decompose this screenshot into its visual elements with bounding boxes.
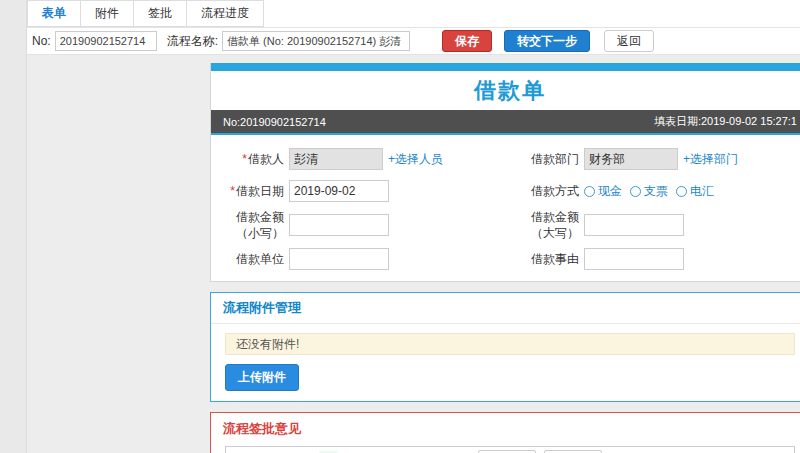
form-row-3: 借款金额（小写） 借款金额（大写）	[211, 207, 800, 243]
department-label: 借款部门	[510, 151, 584, 167]
radio-icon	[676, 186, 687, 197]
form-row-4: 借款单位 借款事由	[211, 243, 800, 275]
select-person-link[interactable]: +选择人员	[388, 151, 443, 168]
upload-attachment-button[interactable]: 上传附件	[225, 364, 299, 391]
no-attachment-notice: 还没有附件!	[225, 333, 795, 355]
loan-unit-label: 借款单位	[215, 251, 289, 267]
radio-cash-label: 现金	[598, 183, 622, 200]
department-field: 借款部门 +选择部门	[510, 143, 800, 175]
loan-unit-field: 借款单位	[211, 243, 510, 275]
process-name-input[interactable]	[222, 31, 410, 51]
loan-reason-field: 借款事由	[510, 243, 800, 275]
save-button[interactable]: 保存	[442, 30, 492, 52]
select-department-link[interactable]: +选择部门	[683, 151, 738, 168]
loan-date-field: *借款日期	[211, 175, 510, 207]
radio-wire-label: 电汇	[690, 183, 714, 200]
required-mark: *	[230, 184, 235, 198]
loan-unit-input[interactable]	[289, 248, 389, 270]
radio-cash[interactable]: 现金	[584, 183, 622, 200]
editor-toolbar: B I abc A ab ⚑ ≣ ≡ ⇤ ⇥ “ 样式 ▾	[226, 447, 794, 453]
radio-icon	[584, 186, 595, 197]
attachment-body: 还没有附件! 上传附件	[211, 324, 800, 401]
borrower-input[interactable]	[289, 148, 383, 170]
attachment-header: 流程附件管理	[211, 293, 800, 324]
tab-form[interactable]: 表单	[27, 0, 81, 27]
tab-bar: 表单 附件 签批 流程进度	[27, 0, 800, 28]
amount-small-input[interactable]	[289, 214, 389, 236]
attachment-panel: 流程附件管理 还没有附件! 上传附件	[210, 292, 800, 402]
form-row-1: *借款人 +选择人员 借款部门 +选择部门	[211, 143, 800, 175]
radio-check-label: 支票	[644, 183, 668, 200]
back-button[interactable]: 返回	[604, 30, 654, 52]
loan-reason-label: 借款事由	[510, 251, 584, 267]
radio-check[interactable]: 支票	[630, 183, 668, 200]
approval-title: 流程签批意见	[211, 413, 800, 444]
next-step-button[interactable]: 转交下一步	[504, 30, 590, 52]
no-label: No:	[32, 34, 51, 48]
attachment-title: 流程附件管理	[223, 300, 301, 315]
form-date-text: 填表日期:2019-09-02 15:27:1	[654, 114, 797, 129]
approval-panel: 流程签批意见 B I abc A ab ⚑ ≣ ≡ ⇤ ⇥ “	[210, 412, 800, 453]
borrower-field: *借款人 +选择人员	[211, 143, 510, 175]
amount-small-label: 借款金额（小写）	[215, 209, 289, 241]
loan-method-field: 借款方式 现金 支票 电汇	[510, 175, 800, 207]
required-mark: *	[242, 152, 247, 166]
tab-progress[interactable]: 流程进度	[187, 0, 264, 27]
content-area: 借款单 No:20190902152714 填表日期:2019-09-02 15…	[27, 55, 800, 453]
loan-date-label: *借款日期	[215, 183, 289, 199]
amount-small-field: 借款金额（小写）	[211, 207, 510, 243]
process-name-label: 流程名称:	[167, 33, 218, 50]
page: 表单 附件 签批 流程进度 No: 流程名称: 保存 转交下一步 返回 借款单 …	[0, 0, 800, 453]
radio-wire[interactable]: 电汇	[676, 183, 714, 200]
tab-attachment[interactable]: 附件	[81, 0, 134, 27]
amount-big-label: 借款金额（大写）	[510, 209, 584, 241]
form-fields: *借款人 +选择人员 借款部门 +选择部门 *借款日期	[211, 135, 800, 281]
form-row-2: *借款日期 借款方式 现金 支票	[211, 175, 800, 207]
left-gutter	[0, 0, 27, 453]
department-input[interactable]	[584, 148, 678, 170]
loan-method-label: 借款方式	[510, 183, 584, 199]
loan-method-options: 现金 支票 电汇	[584, 183, 722, 200]
borrower-label: *借款人	[215, 151, 289, 167]
toolbar: No: 流程名称: 保存 转交下一步 返回	[27, 28, 800, 55]
loan-date-input[interactable]	[289, 180, 389, 202]
rich-text-editor: B I abc A ab ⚑ ≣ ≡ ⇤ ⇥ “ 样式 ▾	[225, 446, 795, 453]
no-input[interactable]	[55, 31, 157, 51]
tab-approval[interactable]: 签批	[134, 0, 187, 27]
radio-icon	[630, 186, 641, 197]
loan-form-panel: 借款单 No:20190902152714 填表日期:2019-09-02 15…	[210, 63, 800, 282]
form-no-text: No:20190902152714	[223, 116, 326, 128]
amount-big-field: 借款金额（大写）	[510, 207, 800, 243]
loan-reason-input[interactable]	[584, 248, 684, 270]
form-title: 借款单	[211, 71, 800, 110]
form-top-accent-bar	[211, 63, 800, 71]
amount-big-input[interactable]	[584, 214, 684, 236]
form-meta-bar: No:20190902152714 填表日期:2019-09-02 15:27:…	[211, 110, 800, 133]
